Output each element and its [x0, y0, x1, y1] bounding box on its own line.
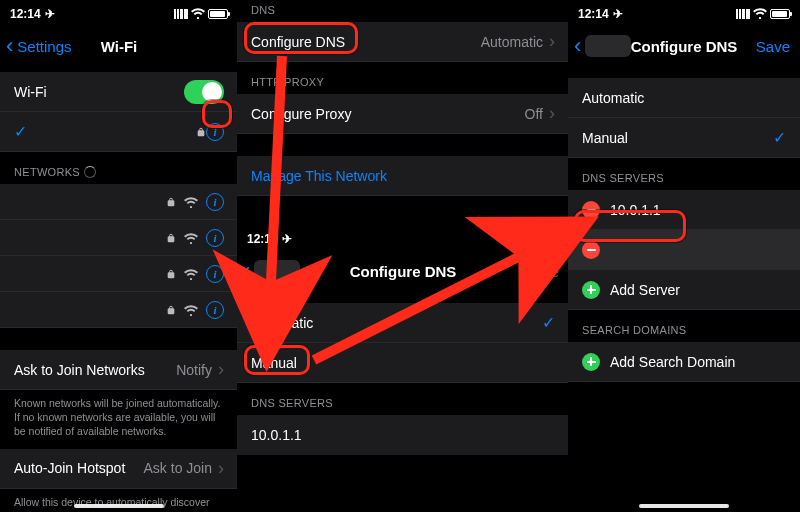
wifi-icon [184, 304, 198, 316]
check-icon: ✓ [14, 122, 27, 141]
ask-to-join-row[interactable]: Ask to Join Networks Notify › [0, 350, 238, 390]
remove-icon[interactable] [582, 241, 600, 259]
wifi-icon [184, 232, 198, 244]
save-button[interactable]: Save [756, 38, 790, 55]
manual-row[interactable]: Manual ✓ [568, 118, 800, 158]
add-icon [582, 353, 600, 371]
wifi-icon [184, 196, 198, 208]
location-icon: ✈︎ [45, 7, 55, 21]
network-row[interactable]: i [0, 292, 238, 328]
check-icon: ✓ [773, 128, 786, 147]
network-row[interactable]: i [0, 256, 238, 292]
nav-bar: Configure DNS Save [237, 253, 569, 289]
home-indicator [74, 504, 164, 508]
status-bar: 12:14✈︎ [237, 225, 569, 253]
lock-icon [166, 305, 176, 315]
wifi-toggle[interactable] [184, 80, 224, 104]
clock: 12:14 [10, 7, 41, 21]
nav-bar: Configure DNS Save [568, 28, 800, 64]
server-row[interactable]: 10.0.1.1 [568, 190, 800, 230]
domains-header: SEARCH DOMAINS [568, 310, 800, 342]
info-icon[interactable]: i [206, 229, 224, 247]
info-icon[interactable]: i [206, 193, 224, 211]
server-row: 10.0.1.1 [237, 415, 569, 455]
back-button[interactable]: Settings [6, 38, 72, 55]
check-icon: ✓ [542, 313, 555, 332]
automatic-row[interactable]: Automatic ✓ [237, 303, 569, 343]
back-button[interactable] [243, 260, 300, 282]
status-bar: 12:14✈︎ [568, 0, 800, 28]
add-icon [582, 281, 600, 299]
auto-footer: Allow this device to automatically disco… [0, 489, 238, 512]
proxy-header: HTTP PROXY [237, 62, 569, 94]
home-indicator [639, 504, 729, 508]
automatic-row[interactable]: Automatic [568, 78, 800, 118]
dns-header: DNS [237, 0, 569, 22]
spinner-icon [84, 166, 96, 178]
remove-icon[interactable] [582, 201, 600, 219]
chevron-right-icon: › [549, 31, 555, 52]
configure-dns-row[interactable]: Configure DNS Automatic › [237, 22, 569, 62]
info-icon[interactable]: i [206, 265, 224, 283]
page-title: Configure DNS [631, 38, 738, 55]
clock: 12:14 [247, 232, 278, 246]
screen-configure-dns-auto: 12:14✈︎ Configure DNS Save Automatic ✓ M… [237, 225, 569, 512]
wifi-icon [184, 268, 198, 280]
page-title: Configure DNS [350, 263, 457, 280]
battery-icon [208, 9, 228, 19]
status-bar: 12:14✈︎ [0, 0, 238, 28]
screen-wifi-settings: 12:14✈︎ Settings Wi-Fi Wi-Fi ✓ i NETWORK… [0, 0, 238, 512]
lock-icon [166, 197, 176, 207]
manual-row[interactable]: Manual [237, 343, 569, 383]
chevron-right-icon: › [218, 458, 224, 479]
lock-icon [166, 233, 176, 243]
cell-signal-icon [736, 9, 750, 19]
auto-join-hotspot-row[interactable]: Auto-Join Hotspot Ask to Join › [0, 449, 238, 489]
page-title: Wi-Fi [101, 38, 138, 55]
server-row-empty[interactable] [568, 230, 800, 270]
chevron-right-icon: › [549, 103, 555, 124]
clock: 12:14 [578, 7, 609, 21]
wifi-toggle-row: Wi-Fi [0, 72, 238, 112]
cell-signal-icon [505, 234, 519, 244]
add-server-row[interactable]: Add Server [568, 270, 800, 310]
servers-header: DNS SERVERS [568, 158, 800, 190]
ask-footer: Known networks will be joined automatica… [0, 390, 238, 449]
manage-network-link[interactable]: Manage This Network [237, 156, 569, 196]
info-icon[interactable]: i [206, 123, 224, 141]
location-icon: ✈︎ [613, 7, 623, 21]
network-row[interactable]: i [0, 220, 238, 256]
battery-icon [539, 234, 559, 244]
networks-header: NETWORKS [0, 152, 238, 184]
chevron-right-icon: › [218, 359, 224, 380]
add-domain-row[interactable]: Add Search Domain [568, 342, 800, 382]
back-button[interactable] [574, 35, 631, 57]
screen-configure-dns-manual: 12:14✈︎ Configure DNS Save Automatic Man… [568, 0, 800, 512]
save-button[interactable]: Save [525, 263, 559, 280]
connected-network-row[interactable]: ✓ i [0, 112, 238, 152]
configure-proxy-row[interactable]: Configure Proxy Off › [237, 94, 569, 134]
wifi-status-icon [191, 7, 205, 22]
battery-icon [770, 9, 790, 19]
wifi-status-icon [753, 7, 767, 22]
lock-icon [166, 269, 176, 279]
cell-signal-icon [174, 9, 188, 19]
info-icon[interactable]: i [206, 301, 224, 319]
wifi-status-icon [522, 232, 536, 247]
network-row[interactable]: i [0, 184, 238, 220]
nav-bar: Settings Wi-Fi [0, 28, 238, 64]
location-icon: ✈︎ [282, 232, 292, 246]
lock-icon [196, 127, 206, 137]
servers-header: DNS SERVERS [237, 383, 569, 415]
